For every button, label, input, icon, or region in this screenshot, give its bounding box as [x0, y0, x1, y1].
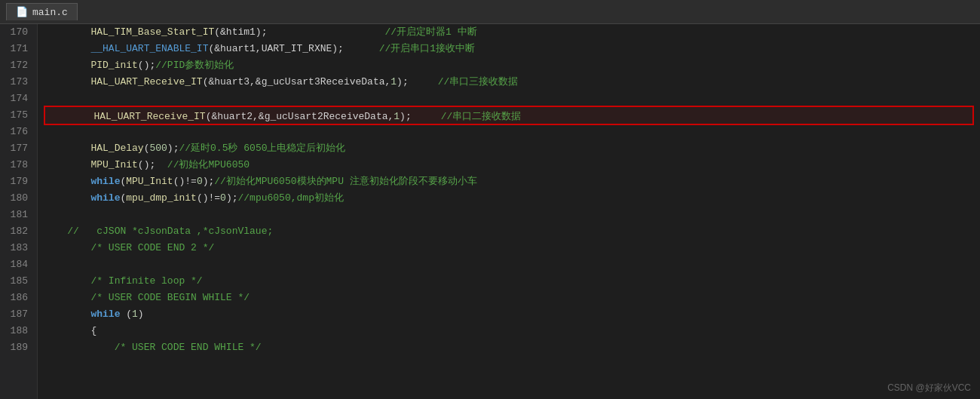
table-row: while(mpu_dmp_init()!=0);//mpu6050,dmp初始…	[44, 190, 974, 207]
table-row: while(MPU_Init()!=0);//初始化MPU6050模块的MPU …	[44, 173, 974, 190]
table-row: /* USER CODE BEGIN WHILE */	[44, 290, 974, 306]
table-row	[44, 124, 974, 140]
table-row: /* USER CODE END 2 */	[44, 240, 974, 256]
file-icon: 📄	[16, 6, 28, 18]
table-row	[44, 91, 974, 107]
table-row: HAL_Delay(500);//延时0.5秒 6050上电稳定后初始化	[44, 140, 974, 157]
code-area: 1701711721731741751761771781791801811821…	[0, 24, 980, 399]
table-row: HAL_UART_Receive_IT(&huart3,&g_ucUsart3R…	[44, 74, 974, 91]
tab-label: main.c	[32, 7, 68, 18]
table-row: {	[44, 323, 974, 339]
table-row: HAL_UART_Receive_IT(&huart2,&g_ucUsart2R…	[44, 106, 974, 125]
function-name: HAL_TIM_Base_Start_IT	[90, 26, 214, 38]
table-row: __HAL_UART_ENABLE_IT(&huart1,UART_IT_RXN…	[44, 41, 974, 57]
table-row: /* Infinite loop */	[44, 273, 974, 290]
table-row	[44, 207, 974, 223]
line-numbers: 1701711721731741751761771781791801811821…	[0, 24, 38, 399]
table-row: while (1)	[44, 306, 974, 323]
table-row	[44, 256, 974, 273]
table-row: PID_init();//PID参数初始化	[44, 57, 974, 74]
table-row: MPU_Init(); //初始化MPU6050	[44, 157, 974, 173]
watermark: CSDN @好家伙VCC	[887, 382, 971, 394]
code-content: HAL_TIM_Base_Start_IT(&htim1); //开启定时器1 …	[38, 24, 980, 399]
table-row: HAL_TIM_Base_Start_IT(&htim1); //开启定时器1 …	[44, 24, 974, 41]
table-row: // cJSON *cJsonData ,*cJsonVlaue;	[44, 223, 974, 240]
title-bar: 📄 main.c	[0, 0, 980, 24]
table-row: /* USER CODE END WHILE */	[44, 339, 974, 356]
file-tab[interactable]: 📄 main.c	[6, 3, 78, 20]
